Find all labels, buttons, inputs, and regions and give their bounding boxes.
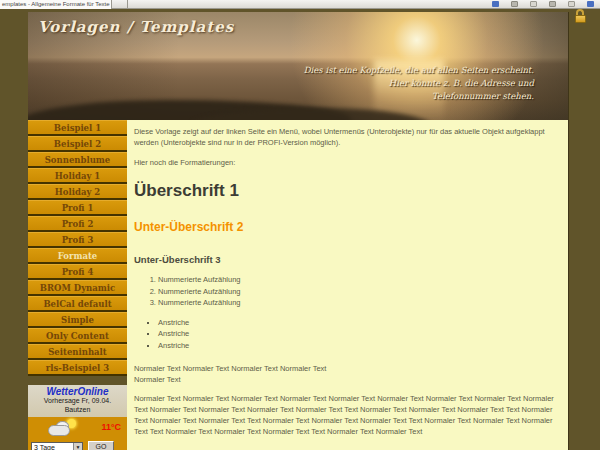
normal-text-long: Normaler Text Normaler Text Normaler Tex… bbox=[134, 394, 560, 438]
lock-body bbox=[575, 15, 586, 23]
sidebar-item-sonnenblume[interactable]: Sonnenblume bbox=[28, 152, 127, 168]
sun-behind-cloud-icon bbox=[46, 419, 80, 437]
bookmark-icon[interactable] bbox=[492, 1, 499, 7]
bullet-list-item: Anstriche bbox=[158, 341, 560, 352]
tagline-line: Hier könnte z. B. die Adresse und bbox=[304, 77, 534, 90]
numbered-list-sample: Nummerierte Aufzählung Nummerierte Aufzä… bbox=[148, 275, 560, 309]
lock-icon[interactable] bbox=[574, 9, 586, 23]
header-tagline: Dies ist eine Kopfzeile, die auf allen S… bbox=[304, 64, 534, 102]
bullet-list-sample: Anstriche Anstriche Anstriche bbox=[148, 318, 560, 352]
formats-label: Hier noch die Formatierungen: bbox=[134, 158, 560, 169]
sidebar-item-rls-beispiel-3[interactable]: rls-Beispiel 3 bbox=[28, 360, 127, 376]
sidebar-menu: Beispiel 1 Beispiel 2 Sonnenblume Holida… bbox=[28, 120, 127, 450]
heading-2-sample: Unter-Überschrift 2 bbox=[134, 219, 560, 236]
browser-tab-stub[interactable] bbox=[112, 0, 128, 9]
normal-text-short: Normaler Text Normaler Text Normaler Tex… bbox=[134, 364, 560, 386]
heading-1-sample: Überschrift 1 bbox=[134, 179, 560, 204]
wetteronline-logo[interactable]: WetterOnline bbox=[28, 386, 127, 397]
weather-condition-row: 11°C bbox=[28, 417, 127, 439]
weather-widget-header: WetterOnline Vorhersage Fr, 09.04. Bautz… bbox=[28, 385, 127, 417]
sidebar-item-seiteninhalt[interactable]: Seiteninhalt bbox=[28, 344, 127, 360]
forecast-range-value: 3 Tage bbox=[32, 443, 73, 450]
sidebar-item-profi-3[interactable]: Profi 3 bbox=[28, 232, 127, 248]
bullet-list-item: Anstriche bbox=[158, 329, 560, 340]
normal-text-line: Normaler Text Normaler Text Normaler Tex… bbox=[134, 364, 326, 373]
sidebar-item-profi-4[interactable]: Profi 4 bbox=[28, 264, 127, 280]
bullet-list-item: Anstriche bbox=[158, 318, 560, 329]
go-button[interactable]: GO bbox=[88, 441, 114, 450]
weather-widget-controls: 3 Tage ▼ GO bbox=[28, 439, 127, 450]
help-icon[interactable] bbox=[587, 1, 594, 7]
main-content: Diese Vorlage zeigt auf der linken Seite… bbox=[127, 120, 568, 450]
intro-paragraph: Diese Vorlage zeigt auf der linken Seite… bbox=[134, 127, 560, 149]
sidebar-item-beispiel-1[interactable]: Beispiel 1 bbox=[28, 120, 127, 136]
numbered-list-item: Nummerierte Aufzählung bbox=[158, 298, 560, 309]
tagline-line: Telefonnummer stehen. bbox=[304, 90, 534, 103]
minimize-icon[interactable] bbox=[530, 1, 537, 7]
sidebar-item-belcal-default[interactable]: BelCal default bbox=[28, 296, 127, 312]
header-sunset-image: Vorlagen / Templates Dies ist eine Kopfz… bbox=[28, 12, 568, 120]
sidebar-item-only-content[interactable]: Only Content bbox=[28, 328, 127, 344]
apps-grid-icon[interactable] bbox=[511, 1, 518, 7]
sidebar-item-formate[interactable]: Formate bbox=[28, 248, 127, 264]
sidebar-item-beispiel-2[interactable]: Beispiel 2 bbox=[28, 136, 127, 152]
forecast-range-select[interactable]: 3 Tage ▼ bbox=[31, 442, 83, 450]
page-icon[interactable] bbox=[568, 1, 575, 7]
sidebar-item-simple[interactable]: Simple bbox=[28, 312, 127, 328]
numbered-list-item: Nummerierte Aufzählung bbox=[158, 287, 560, 298]
sidebar-item-brom-dynamic[interactable]: BROM Dynamic bbox=[28, 280, 127, 296]
weather-widget: WetterOnline Vorhersage Fr, 09.04. Bautz… bbox=[28, 385, 127, 450]
cloud-icon bbox=[48, 425, 70, 436]
tagline-line: Dies ist eine Kopfzeile, die auf allen S… bbox=[304, 64, 534, 77]
numbered-list-item: Nummerierte Aufzählung bbox=[158, 275, 560, 286]
sidebar-item-holiday-1[interactable]: Holiday 1 bbox=[28, 168, 127, 184]
temperature-value: 11°C bbox=[101, 422, 121, 432]
browser-title-bar: emplates - Allgemeine Formate für Texte … bbox=[0, 0, 600, 9]
sidebar-item-profi-2[interactable]: Profi 2 bbox=[28, 216, 127, 232]
sidebar-item-profi-1[interactable]: Profi 1 bbox=[28, 200, 127, 216]
chevron-down-icon[interactable]: ▼ bbox=[73, 443, 82, 450]
weather-forecast-date: Vorhersage Fr, 09.04. bbox=[28, 397, 127, 406]
weather-city: Bautzen bbox=[28, 406, 127, 415]
sidebar-item-holiday-2[interactable]: Holiday 2 bbox=[28, 184, 127, 200]
browser-tab[interactable]: emplates - Allgemeine Formate für Texte … bbox=[0, 0, 112, 9]
restore-icon[interactable] bbox=[549, 1, 556, 7]
site-title: Vorlagen / Templates bbox=[38, 18, 234, 36]
template-page: Vorlagen / Templates Dies ist eine Kopfz… bbox=[28, 12, 568, 450]
normal-text-line: Normaler Text bbox=[134, 375, 181, 384]
heading-3-sample: Unter-Überschrift 3 bbox=[134, 253, 560, 267]
browser-toolbar-icons bbox=[492, 1, 600, 7]
